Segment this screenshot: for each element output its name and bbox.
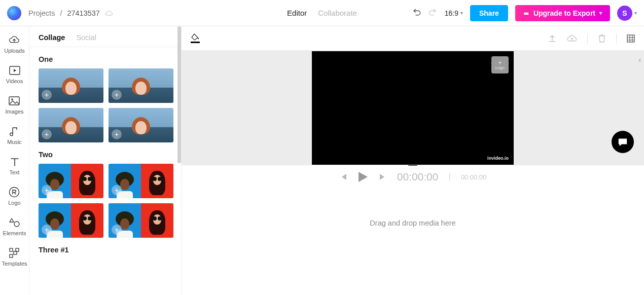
svg-rect-11 <box>627 35 634 42</box>
add-icon[interactable]: + <box>112 185 122 195</box>
top-bar: Projects / 27413537 Editor Collaborate 1… <box>0 0 644 26</box>
toolbar-divider <box>616 33 617 44</box>
account-menu[interactable]: S ▾ <box>617 6 637 21</box>
svg-rect-7 <box>16 248 19 251</box>
timecode-current: 00:00:00 <box>397 171 439 183</box>
cloud-upload-icon <box>9 34 20 46</box>
image-icon <box>9 95 20 106</box>
svg-point-2 <box>12 98 14 100</box>
chevron-down-icon: ▾ <box>634 10 637 16</box>
canvas-toolbar <box>182 26 644 51</box>
timecode-end: 00:00:00 <box>461 173 487 181</box>
rail-label: Images <box>5 108 23 115</box>
collage-tile[interactable]: + <box>39 68 103 103</box>
tab-collaborate[interactable]: Collaborate <box>318 9 357 17</box>
resize-handle[interactable] <box>408 164 417 166</box>
redo-icon[interactable] <box>428 9 438 18</box>
timeline-placeholder-text: Drag and drop media here <box>370 219 455 227</box>
section-title-one: One <box>39 47 181 68</box>
share-button[interactable]: Share <box>470 5 508 21</box>
rail-label: Templates <box>2 261 27 267</box>
section-title-three: Three #1 <box>39 238 181 259</box>
collage-tile[interactable]: + <box>109 164 173 198</box>
left-rail: Uploads Videos Images Music Text <box>0 26 29 295</box>
play-button[interactable] <box>357 171 369 183</box>
grid-view-icon[interactable] <box>627 34 635 43</box>
rail-templates[interactable]: Templates <box>2 247 27 267</box>
app-logo-icon[interactable] <box>7 6 21 20</box>
collage-tile[interactable]: + <box>109 108 173 142</box>
stage-area: + Logo invideo.io ‹‹ 00:00:00 | 00:00:00… <box>182 26 644 295</box>
rail-logo[interactable]: Logo <box>8 187 20 206</box>
tab-social[interactable]: Social <box>76 33 96 42</box>
upload-cloud-icon[interactable] <box>567 34 577 43</box>
rail-elements[interactable]: Elements <box>3 217 26 236</box>
side-panel-scroll[interactable]: One + + + + Two + + + + Three #1 <box>29 47 181 295</box>
video-icon <box>9 65 20 76</box>
registered-icon <box>9 187 20 198</box>
timecode-separator: | <box>448 172 450 181</box>
rail-label: Logo <box>8 200 20 206</box>
watermark-text: invideo.io <box>487 156 509 161</box>
add-icon[interactable]: + <box>42 90 52 100</box>
svg-rect-9 <box>14 251 17 254</box>
rail-images[interactable]: Images <box>5 95 23 115</box>
tab-collage[interactable]: Collage <box>39 33 65 42</box>
skip-forward-button[interactable] <box>379 173 387 181</box>
rail-label: Music <box>7 139 22 145</box>
rail-label: Uploads <box>4 48 24 54</box>
collage-tile[interactable]: + <box>39 203 103 238</box>
rail-text[interactable]: Text <box>9 156 20 175</box>
collapse-panel-icon[interactable]: ‹‹ <box>638 56 640 64</box>
chevron-down-icon: ▾ <box>599 10 602 16</box>
breadcrumb-separator: / <box>60 9 62 17</box>
chevron-down-icon: ▾ <box>460 10 463 16</box>
collage-tile[interactable]: + <box>39 108 103 142</box>
rail-uploads[interactable]: Uploads <box>4 34 24 54</box>
music-note-icon <box>9 126 20 137</box>
project-id[interactable]: 27413537 <box>67 9 100 17</box>
canvas-wrapper: + Logo invideo.io ‹‹ <box>182 51 644 165</box>
side-panel-tabs: Collage Social <box>29 26 181 47</box>
add-icon[interactable]: + <box>42 129 52 139</box>
logo-placeholder-label: Logo <box>495 65 505 70</box>
side-scrollbar[interactable] <box>177 26 181 163</box>
toolbar-divider <box>587 33 588 44</box>
skip-back-button[interactable] <box>339 173 347 181</box>
add-logo-placeholder[interactable]: + Logo <box>491 56 509 73</box>
add-icon[interactable]: + <box>112 90 122 100</box>
undo-icon[interactable] <box>412 9 421 18</box>
svg-point-3 <box>10 133 13 136</box>
collage-tile[interactable]: + <box>39 164 103 198</box>
export-icon[interactable] <box>548 34 557 43</box>
add-icon[interactable]: + <box>42 225 52 235</box>
breadcrumb-root[interactable]: Projects <box>28 9 55 17</box>
tab-editor[interactable]: Editor <box>287 9 307 17</box>
svg-point-10 <box>198 38 199 40</box>
rail-videos[interactable]: Videos <box>6 65 23 84</box>
delete-icon[interactable] <box>598 34 606 43</box>
transport-controls: 00:00:00 | 00:00:00 <box>182 165 644 189</box>
add-icon[interactable]: + <box>112 129 122 139</box>
plus-icon: + <box>498 60 502 65</box>
svg-rect-8 <box>10 254 13 257</box>
cloud-sync-icon[interactable] <box>105 10 113 16</box>
rail-music[interactable]: Music <box>7 126 22 145</box>
chat-widget-button[interactable] <box>612 131 634 153</box>
video-canvas[interactable]: + Logo invideo.io <box>312 51 514 165</box>
aspect-ratio-selector[interactable]: 16:9 ▾ <box>445 9 463 17</box>
collage-tile[interactable]: + <box>109 68 173 103</box>
collage-tile[interactable]: + <box>109 203 173 238</box>
add-icon[interactable]: + <box>112 225 122 235</box>
background-color-tool[interactable] <box>191 33 200 43</box>
shapes-icon <box>9 217 20 228</box>
svg-rect-1 <box>9 97 19 105</box>
text-icon <box>9 156 20 167</box>
top-right-controls: 16:9 ▾ Share Upgrade to Export ▾ S ▾ <box>412 5 637 21</box>
svg-point-5 <box>14 222 19 227</box>
upgrade-label: Upgrade to Export <box>533 9 595 17</box>
add-icon[interactable]: + <box>42 185 52 195</box>
timeline-dropzone[interactable]: Drag and drop media here <box>182 189 644 295</box>
svg-rect-6 <box>10 248 13 251</box>
upgrade-export-button[interactable]: Upgrade to Export ▾ <box>515 5 610 21</box>
